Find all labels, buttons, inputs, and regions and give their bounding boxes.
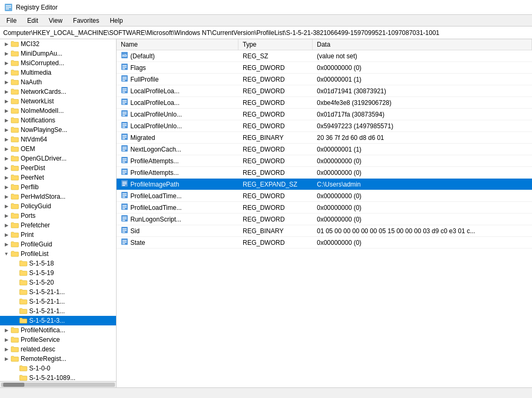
tree-item[interactable]: ▶ Notifications bbox=[0, 116, 116, 125]
expand-icon[interactable]: ▶ bbox=[2, 211, 11, 220]
expand-icon[interactable] bbox=[11, 278, 19, 287]
tree-item[interactable]: S-1-5-21-1... bbox=[0, 287, 116, 297]
expand-icon[interactable]: ▶ bbox=[2, 221, 11, 229]
expand-icon[interactable]: ▶ bbox=[2, 78, 11, 86]
tree-item[interactable]: S-1-5-21-3... bbox=[0, 316, 116, 325]
table-row[interactable]: LocalProfileLoa...REG_DWORD0xbe4fe3e8 (3… bbox=[117, 97, 532, 109]
tree-item[interactable]: ▶ RemoteRegist... bbox=[0, 354, 116, 364]
expand-icon[interactable]: ▶ bbox=[2, 192, 11, 201]
table-row[interactable]: ProfileImagePathREG_EXPAND_SZC:\Users\ad… bbox=[117, 179, 532, 190]
expand-icon[interactable]: ▶ bbox=[2, 49, 11, 58]
expand-icon[interactable]: ▶ bbox=[2, 335, 11, 344]
tree-item[interactable]: ▶ PolicyGuid bbox=[0, 201, 116, 211]
table-row[interactable]: LocalProfileLoa...REG_DWORD0x01d71941 (3… bbox=[117, 85, 532, 97]
tree-item[interactable]: ▼ ProfileList bbox=[0, 249, 116, 259]
col-header-data[interactable]: Data bbox=[313, 39, 532, 50]
expand-icon[interactable]: ▶ bbox=[2, 126, 11, 134]
tree-item[interactable]: ▶ Prefetcher bbox=[0, 220, 116, 230]
col-header-name[interactable]: Name bbox=[117, 39, 238, 50]
tree-item[interactable]: ▶ ProfileGuid bbox=[0, 240, 116, 249]
tree-item[interactable]: ▶ OEM bbox=[0, 144, 116, 154]
tree-item[interactable]: ▶ related.desc bbox=[0, 344, 116, 354]
tree-item[interactable]: S-1-5-21-1089... bbox=[0, 373, 116, 381]
expand-icon[interactable]: ▶ bbox=[2, 116, 11, 125]
tree-item[interactable]: S-1-5-18 bbox=[0, 259, 116, 268]
tree-item[interactable]: ▶ MCI32 bbox=[0, 39, 116, 49]
tree-item[interactable]: ▶ Perflib bbox=[0, 182, 116, 192]
table-row[interactable]: RunLogonScript...REG_DWORD0x00000000 (0) bbox=[117, 214, 532, 225]
menu-favorites[interactable]: Favorites bbox=[69, 16, 103, 25]
cell-data: C:\Users\admin bbox=[313, 180, 532, 189]
table-row[interactable]: SidREG_BINARY01 05 00 00 00 00 00 05 15 … bbox=[117, 225, 532, 237]
tree-item[interactable]: S-1-0-0 bbox=[0, 364, 116, 373]
table-row[interactable]: MigratedREG_BINARY20 36 7f 2d 60 d8 d6 0… bbox=[117, 132, 532, 144]
expand-icon[interactable]: ▶ bbox=[2, 164, 11, 172]
table-row[interactable]: LocalProfileUnlo...REG_DWORD0x01d717fa (… bbox=[117, 109, 532, 120]
table-row[interactable]: StateREG_DWORD0x00000000 (0) bbox=[117, 237, 532, 249]
table-row[interactable]: ProfileLoadTime...REG_DWORD0x00000000 (0… bbox=[117, 190, 532, 202]
expand-icon[interactable]: ▶ bbox=[2, 202, 11, 210]
expand-icon[interactable]: ▼ bbox=[2, 250, 11, 258]
tree-item[interactable]: ▶ ProfileNotifica... bbox=[0, 325, 116, 335]
tree-content[interactable]: ▶ MCI32▶ MiniDumpAu...▶ MsiCorrupted...▶… bbox=[0, 39, 116, 381]
tree-item[interactable]: ▶ NowPlayingSe... bbox=[0, 125, 116, 135]
menu-edit[interactable]: Edit bbox=[23, 16, 42, 25]
col-header-type[interactable]: Type bbox=[238, 39, 313, 50]
table-row[interactable]: FullProfileREG_DWORD0x00000001 (1) bbox=[117, 74, 532, 85]
expand-icon[interactable] bbox=[11, 269, 19, 277]
expand-icon[interactable] bbox=[11, 297, 19, 306]
expand-icon[interactable] bbox=[11, 307, 19, 315]
tree-item[interactable]: ▶ MiniDumpAu... bbox=[0, 49, 116, 58]
tree-item[interactable]: ▶ NaAuth bbox=[0, 77, 116, 87]
table-row[interactable]: ProfileAttempts...REG_DWORD0x00000000 (0… bbox=[117, 155, 532, 167]
tree-item[interactable]: ▶ NtVdm64 bbox=[0, 135, 116, 144]
expand-icon[interactable]: ▶ bbox=[2, 355, 11, 363]
menu-view[interactable]: View bbox=[45, 16, 67, 25]
tree-item-label: OEM bbox=[21, 145, 35, 153]
expand-icon[interactable]: ▶ bbox=[2, 97, 11, 105]
menu-help[interactable]: Help bbox=[105, 16, 127, 25]
tree-item[interactable]: ▶ NetworkCards... bbox=[0, 87, 116, 96]
expand-icon[interactable]: ▶ bbox=[2, 345, 11, 353]
menu-file[interactable]: File bbox=[2, 16, 21, 25]
tree-item[interactable]: ▶ MsiCorrupted... bbox=[0, 58, 116, 68]
tree-item[interactable]: ▶ NetworkList bbox=[0, 96, 116, 106]
expand-icon[interactable]: ▶ bbox=[2, 87, 11, 96]
tree-item[interactable]: ▶ OpenGLDriver... bbox=[0, 154, 116, 163]
expand-icon[interactable]: ▶ bbox=[2, 59, 11, 67]
expand-icon[interactable]: ▶ bbox=[2, 183, 11, 191]
expand-icon[interactable]: ▶ bbox=[2, 107, 11, 115]
expand-icon[interactable] bbox=[11, 316, 19, 325]
expand-icon[interactable]: ▶ bbox=[2, 40, 11, 48]
tree-item[interactable]: S-1-5-21-1... bbox=[0, 297, 116, 306]
expand-icon[interactable]: ▶ bbox=[2, 326, 11, 334]
tree-item[interactable]: ▶ ProfileService bbox=[0, 335, 116, 344]
expand-icon[interactable]: ▶ bbox=[2, 145, 11, 153]
tree-item[interactable]: S-1-5-21-1... bbox=[0, 306, 116, 316]
table-row[interactable]: NextLogonCach...REG_DWORD0x00000001 (1) bbox=[117, 144, 532, 155]
expand-icon[interactable] bbox=[11, 288, 19, 296]
table-row[interactable]: ProfileLoadTime...REG_DWORD0x00000000 (0… bbox=[117, 202, 532, 214]
expand-icon[interactable]: ▶ bbox=[2, 154, 11, 163]
tree-item[interactable]: ▶ Print bbox=[0, 230, 116, 240]
expand-icon[interactable]: ▶ bbox=[2, 231, 11, 239]
expand-icon[interactable] bbox=[11, 364, 19, 373]
tree-item[interactable]: S-1-5-19 bbox=[0, 268, 116, 278]
table-row[interactable]: ab (Default)REG_SZ(value not set) bbox=[117, 50, 532, 62]
expand-icon[interactable] bbox=[11, 374, 19, 381]
table-row[interactable]: FlagsREG_DWORD0x00000000 (0) bbox=[117, 62, 532, 74]
expand-icon[interactable] bbox=[11, 259, 19, 268]
tree-item[interactable]: ▶ PeerNet bbox=[0, 173, 116, 182]
table-row[interactable]: ProfileAttempts...REG_DWORD0x00000000 (0… bbox=[117, 167, 532, 179]
expand-icon[interactable]: ▶ bbox=[2, 68, 11, 77]
tree-item[interactable]: ▶ PeerDist bbox=[0, 163, 116, 173]
expand-icon[interactable]: ▶ bbox=[2, 240, 11, 249]
table-row[interactable]: LocalProfileUnlo...REG_DWORD0x59497223 (… bbox=[117, 120, 532, 132]
tree-item[interactable]: S-1-5-20 bbox=[0, 278, 116, 287]
expand-icon[interactable]: ▶ bbox=[2, 135, 11, 144]
expand-icon[interactable]: ▶ bbox=[2, 173, 11, 182]
tree-item[interactable]: ▶ NoImeModelI... bbox=[0, 106, 116, 116]
tree-item[interactable]: ▶ Ports bbox=[0, 211, 116, 220]
tree-item[interactable]: ▶ PerHwIdStora... bbox=[0, 192, 116, 201]
tree-item[interactable]: ▶ Multimedia bbox=[0, 68, 116, 77]
